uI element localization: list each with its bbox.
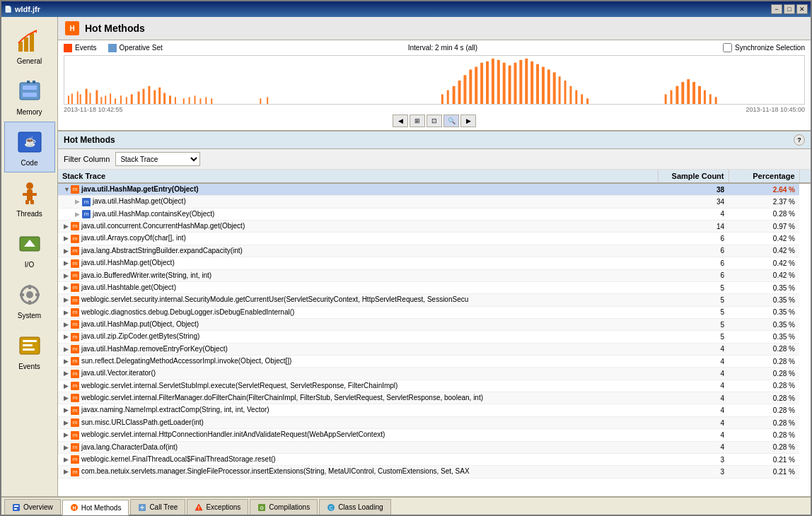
table-row[interactable]: ▶mjava.util.Arrays.copyOf(char[], int)60… (58, 233, 811, 245)
expand-icon[interactable]: ▶ (64, 235, 71, 242)
method-name: java.util.zip.ZipCoder.getBytes(String) (81, 332, 199, 340)
expand-icon[interactable]: ▶ (64, 406, 71, 414)
tab-call-tree[interactable]: Call Tree (130, 499, 185, 515)
sidebar-item-io[interactable]: I/O (4, 223, 55, 274)
sidebar-label-io: I/O (25, 261, 34, 269)
sample-count: 5 (658, 318, 729, 330)
expand-icon[interactable]: ▶ (64, 382, 71, 389)
table-row[interactable]: ▶mjava.util.HashMap.get(Object)342.37 % (58, 196, 811, 208)
table-container[interactable]: Stack Trace Sample Count Percentage ▼mja… (58, 170, 811, 496)
table-row[interactable]: ▶msun.misc.URLClassPath.getLoader(int)40… (58, 416, 811, 428)
percentage: 0.35 % (729, 306, 799, 318)
hot-methods-panel-header: Hot Methods ? (58, 131, 811, 149)
method-name: java.util.HashMap.get(Object) (93, 197, 186, 205)
sidebar-item-system[interactable]: System (4, 274, 55, 325)
chart-zoom-in-button[interactable]: 🔍 (443, 115, 459, 127)
expand-icon[interactable]: ▶ (64, 456, 71, 463)
svg-rect-54 (189, 97, 190, 104)
sync-checkbox[interactable]: Synchronize Selection (723, 43, 805, 52)
expand-icon[interactable]: ▶ (64, 394, 71, 401)
expand-icon[interactable]: ▶ (64, 333, 71, 340)
tab-hot-methods[interactable]: H Hot Methods (62, 500, 129, 515)
table-row[interactable]: ▶mjava.util.HashMap.removeEntryForKey(Ob… (58, 343, 811, 355)
table-row[interactable]: ▶mweblogic.servlet.internal.ServletStubI… (58, 380, 811, 392)
expand-icon[interactable]: ▶ (64, 309, 71, 316)
table-row[interactable]: ▶mjava.util.concurrent.ConcurrentHashMap… (58, 221, 811, 233)
table-row[interactable]: ▶mweblogic.diagnostics.debug.DebugLogger… (58, 306, 811, 318)
chart-forward-button[interactable]: ▶ (460, 115, 476, 127)
sidebar-item-memory[interactable]: Memory (4, 71, 55, 122)
svg-rect-64 (458, 81, 461, 104)
svg-text:C: C (330, 505, 333, 510)
chart-back-button[interactable]: ◀ (393, 115, 408, 127)
close-button[interactable]: ✕ (796, 4, 808, 14)
expand-icon[interactable]: ▶ (64, 296, 71, 303)
tab-compilations[interactable]: ⚙ Compilations (250, 499, 318, 515)
expand-icon[interactable]: ▶ (64, 223, 71, 230)
expand-icon[interactable]: ▶ (64, 284, 71, 291)
col-header-pct[interactable]: Percentage (729, 170, 799, 183)
expand-icon[interactable]: ▶ (64, 444, 71, 451)
sidebar-item-threads[interactable]: Threads (4, 172, 55, 223)
svg-rect-5 (23, 86, 37, 90)
tab-class-loading[interactable]: C Class Loading (319, 499, 390, 515)
svg-rect-56 (199, 98, 201, 104)
tab-overview[interactable]: Overview (4, 499, 61, 515)
method-icon: m (71, 468, 79, 476)
table-row[interactable]: ▶mjava.util.HashMap.get(Object)60.42 % (58, 257, 811, 269)
sample-count: 34 (658, 196, 729, 208)
table-row[interactable]: ▶mjava.lang.CharacterData.of(int)40.28 % (58, 441, 811, 453)
table-row[interactable]: ▶mjavax.naming.NameImpl.extractComp(Stri… (58, 404, 811, 416)
col-header-count[interactable]: Sample Count (658, 170, 729, 183)
table-row[interactable]: ▶mweblogic.servlet.internal.FilterManage… (58, 392, 811, 404)
expand-icon[interactable]: ▶ (64, 370, 71, 377)
col-header-trace[interactable]: Stack Trace (58, 170, 658, 183)
table-row[interactable]: ▶mjava.lang.AbstractStringBuilder.expand… (58, 245, 811, 257)
sidebar-item-events[interactable]: Events (4, 325, 55, 376)
table-row[interactable]: ▼mjava.util.HashMap.getEntry(Object)382.… (58, 183, 811, 196)
table-row[interactable]: ▶mweblogic.servlet.internal.HttpConnecti… (58, 429, 811, 441)
help-button[interactable]: ? (794, 134, 805, 146)
sidebar-item-general[interactable]: General (4, 20, 55, 71)
table-row[interactable]: ▶mjava.util.Vector.iterator()40.28 % (58, 368, 811, 380)
table-row[interactable]: ▶mjava.io.BufferedWriter.write(String, i… (58, 269, 811, 281)
table-row[interactable]: ▶msun.reflect.DelegatingMethodAccessorIm… (58, 356, 811, 368)
expand-icon[interactable]: ▶ (64, 259, 71, 266)
sample-count: 5 (658, 331, 729, 343)
tab-exceptions[interactable]: ! Exceptions (187, 499, 248, 515)
expand-icon[interactable]: ▶ (64, 346, 71, 353)
table-row[interactable]: ▶mcom.bea.netuix.servlets.manager.Single… (58, 466, 811, 478)
expand-icon[interactable]: ▼ (64, 186, 71, 193)
hot-methods-tab-icon: H (70, 503, 79, 512)
expand-icon[interactable]: ▶ (64, 321, 71, 328)
expand-icon[interactable]: ▶ (64, 468, 71, 475)
table-row[interactable]: ▶mjava.util.zip.ZipCoder.getBytes(String… (58, 331, 811, 343)
chart-zoom-fit-button[interactable]: ⊞ (410, 115, 425, 127)
svg-rect-28 (23, 348, 35, 351)
maximize-button[interactable]: □ (784, 4, 795, 14)
table-row[interactable]: ▶mjava.util.HashMap.containsKey(Object)4… (58, 208, 811, 220)
chart-zoom-reset-button[interactable]: ⊡ (427, 115, 442, 127)
expand-icon[interactable]: ▶ (64, 419, 71, 426)
threads-icon (16, 179, 44, 207)
table-row[interactable]: ▶mweblogic.servlet.security.internal.Sec… (58, 294, 811, 306)
expand-icon[interactable]: ▶ (64, 247, 71, 254)
expand-icon[interactable]: ▶ (75, 211, 82, 218)
sample-count: 4 (658, 429, 729, 441)
title-bar-controls: − □ ✕ (771, 4, 808, 14)
sidebar-item-code[interactable]: ☕ Code (4, 122, 55, 172)
table-row[interactable]: ▶mjava.util.HashMap.put(Object, Object)5… (58, 318, 811, 330)
table-body: ▼mjava.util.HashMap.getEntry(Object)382.… (58, 183, 811, 478)
expand-icon[interactable]: ▶ (64, 358, 71, 365)
minimize-button[interactable]: − (771, 4, 782, 14)
expand-icon[interactable]: ▶ (75, 198, 82, 205)
table-row[interactable]: ▶mweblogic.kernel.FinalThreadLocal$Final… (58, 453, 811, 465)
filter-column-select[interactable]: Stack Trace Sample Count Percentage (115, 152, 200, 166)
percentage: 0.21 % (729, 453, 799, 465)
expand-icon[interactable]: ▶ (64, 431, 71, 438)
sync-input[interactable] (723, 43, 732, 52)
table-row[interactable]: ▶mjava.util.Hashtable.get(Object)50.35 % (58, 281, 811, 293)
expand-icon[interactable]: ▶ (64, 272, 71, 279)
svg-rect-78 (536, 64, 539, 104)
chart-container[interactable] (64, 55, 805, 105)
